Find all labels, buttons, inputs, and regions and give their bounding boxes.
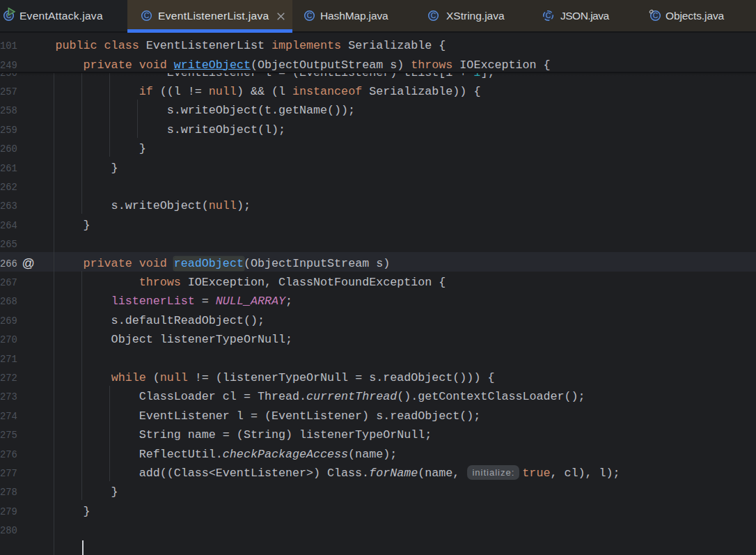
svg-text:C: C — [653, 11, 659, 19]
svg-text:C: C — [430, 11, 436, 19]
svg-text:C: C — [143, 11, 149, 19]
svg-text:C: C — [307, 11, 313, 19]
svg-text:C: C — [546, 11, 551, 19]
